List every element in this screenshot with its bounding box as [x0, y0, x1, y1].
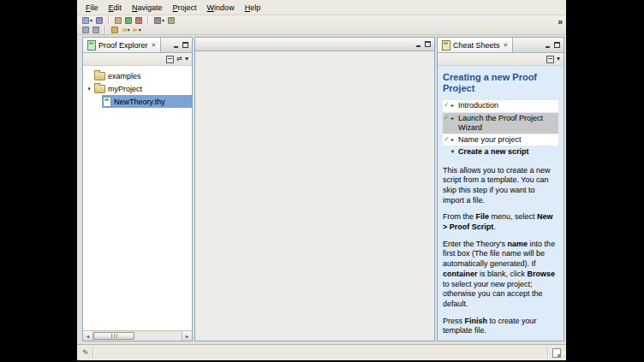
tasks-button[interactable] — [167, 17, 176, 24]
toolbar-overflow-chevron[interactable]: » — [558, 17, 563, 27]
theory-icon — [103, 97, 111, 107]
minimize-icon[interactable] — [545, 42, 551, 48]
horizontal-scrollbar[interactable]: ◂ ▸ — [83, 330, 192, 341]
tree-item-body: myProject — [93, 82, 192, 95]
tree-item-label: NewTheory.thy — [114, 98, 165, 106]
step-introduction[interactable]: ✓▸Introduction — [443, 100, 558, 111]
next-annotation-button[interactable] — [81, 27, 90, 33]
view-menu-icon[interactable]: ▾ — [557, 55, 560, 63]
edit-mode-icon: ✎ — [82, 347, 89, 358]
expand-arrow-icon[interactable]: ▾ — [85, 86, 93, 92]
view-window-buttons — [545, 38, 564, 52]
next-annotation-icon — [82, 27, 89, 33]
proof-explorer-view: Proof Explorer ✕ ⇄ ▾ examples▾myProjectN… — [82, 37, 193, 341]
open-definition-button[interactable]: ▾ — [153, 17, 165, 24]
cheat-paragraph-2: From the File menu, select New > Proof S… — [443, 212, 558, 232]
maximize-icon[interactable] — [425, 41, 431, 47]
save-icon — [96, 17, 103, 24]
close-icon[interactable]: ✕ — [504, 42, 509, 49]
tree-item-label: myProject — [108, 85, 142, 93]
back-icon: ◀ — [122, 27, 126, 33]
minimize-icon[interactable] — [173, 42, 179, 48]
editor-header — [195, 38, 434, 51]
tab-label: Cheat Sheets — [453, 41, 500, 50]
check-icon: ✓ — [444, 101, 451, 110]
skip-link[interactable]: ↳ Click to Skip — [443, 336, 558, 341]
status-indicator-icon[interactable] — [552, 348, 561, 358]
step-arrow-icon[interactable]: ▸ — [451, 135, 458, 144]
cheat-title: Creating a new Proof Project — [443, 72, 558, 94]
toolbar-separator — [104, 26, 106, 33]
explorer-tree: examples▾myProjectNewTheory.thy — [83, 66, 192, 330]
new-project-button[interactable] — [114, 17, 122, 24]
link-editor-icon[interactable]: ⇄ — [176, 55, 182, 63]
editor-canvas[interactable] — [195, 51, 434, 341]
step-arrow-icon[interactable]: ▾ — [451, 147, 458, 156]
prev-annotation-button[interactable] — [92, 27, 100, 33]
new-button[interactable]: ▾ — [81, 17, 93, 24]
menu-navigate[interactable]: Navigate — [127, 3, 168, 13]
menu-edit[interactable]: Edit — [104, 3, 128, 13]
run-checker-button[interactable] — [124, 17, 133, 24]
scroll-left-icon[interactable]: ◂ — [83, 331, 93, 341]
forward-button[interactable]: ▶▾ — [132, 27, 141, 33]
menu-window[interactable]: Window — [202, 3, 240, 13]
cheat-paragraphs: This allows you to create a new script f… — [443, 159, 558, 336]
step-arrow-icon[interactable]: ▸ — [451, 114, 458, 122]
status-bar: ✎ — [77, 344, 566, 360]
close-icon[interactable]: ✕ — [152, 42, 157, 49]
tab-proof-explorer[interactable]: Proof Explorer ✕ — [83, 38, 161, 52]
back-button[interactable]: ◀▾ — [121, 27, 130, 33]
maximize-icon[interactable] — [554, 42, 560, 48]
toolbar-row-1: ▾▾ — [77, 15, 566, 25]
cheat-steps: ✓▸Introduction✓▸Launch the Proof Project… — [443, 100, 558, 158]
tree-item-examples[interactable]: examples — [83, 69, 192, 82]
dropdown-arrow-icon: ▾ — [162, 17, 164, 24]
tree-item-body: NewTheory.thy — [102, 95, 192, 108]
statusbar-right — [547, 348, 561, 358]
last-edit-icon — [111, 27, 118, 33]
cheat-toolbar: ▾ — [438, 53, 564, 66]
tree-item-newtheory-thy[interactable]: NewTheory.thy — [83, 95, 192, 108]
statusbar-separator — [547, 348, 549, 358]
step-label: Name your project — [458, 135, 558, 145]
folder-icon — [94, 72, 105, 80]
step-arrow-icon[interactable]: ▸ — [451, 101, 458, 110]
dropdown-arrow-icon: ▾ — [90, 17, 92, 24]
cheat-paragraph-4: Press Finish to create your template fil… — [443, 317, 558, 336]
scrollbar-thumb[interactable] — [93, 332, 134, 340]
stop-icon — [135, 17, 142, 24]
screen: FileEditNavigateProjectWindowHelp ▾▾ ◀▾▶… — [0, 0, 644, 362]
last-edit-button[interactable] — [110, 27, 119, 33]
collapse-all-icon[interactable] — [166, 56, 174, 63]
menu-project[interactable]: Project — [168, 3, 202, 13]
editor-window-buttons — [415, 41, 434, 47]
step-label: Launch the Proof Project Wizard — [458, 114, 558, 134]
step-create-a-new-script[interactable]: ▾Create a new script — [443, 146, 558, 157]
new-project-icon — [115, 17, 122, 24]
editor-area — [194, 37, 435, 341]
save-button[interactable] — [95, 17, 104, 24]
workbench: Proof Explorer ✕ ⇄ ▾ examples▾myProjectN… — [77, 35, 566, 344]
new-icon — [82, 17, 89, 24]
toolbar-separator — [108, 16, 110, 24]
check-icon: ✓ — [444, 135, 451, 144]
scroll-right-icon[interactable]: ▸ — [182, 331, 192, 341]
step-name-your-project[interactable]: ✓▸Name your project — [443, 134, 558, 145]
stop-button[interactable] — [134, 17, 143, 24]
tree-item-body: examples — [93, 69, 192, 82]
menu-help[interactable]: Help — [240, 3, 266, 13]
cheat-paragraph-1: This allows you to create a new script f… — [443, 166, 558, 206]
forward-icon: ▶ — [133, 27, 137, 33]
menu-file[interactable]: File — [80, 3, 104, 13]
maximize-icon[interactable] — [182, 42, 188, 48]
collapse-all-icon[interactable] — [546, 56, 554, 63]
step-launch-the-proof-project-wizard[interactable]: ✓▸Launch the Proof Project Wizard — [443, 113, 558, 134]
view-menu-icon[interactable]: ▾ — [185, 55, 188, 63]
minimize-icon[interactable] — [415, 41, 421, 47]
tree-item-myproject[interactable]: ▾myProject — [83, 82, 192, 95]
explorer-tabbar: Proof Explorer ✕ — [83, 38, 192, 53]
check-icon: ✓ — [444, 114, 451, 122]
tree-item-label: examples — [108, 72, 141, 80]
tab-cheat-sheets[interactable]: Cheat Sheets ✕ — [438, 38, 513, 52]
